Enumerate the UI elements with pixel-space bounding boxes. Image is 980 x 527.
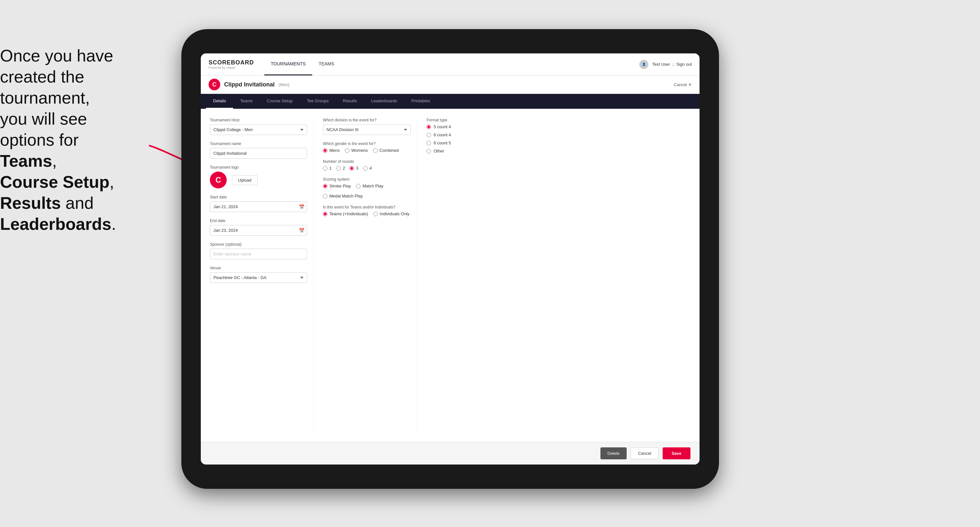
teams-individuals-radio[interactable]: [323, 212, 328, 216]
individuals-only[interactable]: Individuals Only: [374, 211, 410, 216]
name-label: Tournament name: [210, 141, 307, 146]
rounds-label: Number of rounds: [323, 159, 410, 164]
cancel-button[interactable]: Cancel: [630, 448, 659, 459]
tournament-bar: C Clippd Invitational (Men) Cancel ✕: [201, 75, 700, 94]
scoring-match-radio[interactable]: [356, 184, 360, 188]
form-group-venue: Venue Peachtree GC - Atlanta - GA: [210, 266, 307, 283]
cancel-label: Cancel: [674, 82, 687, 87]
venue-label: Venue: [210, 266, 307, 270]
gender-radio-group: Mens Womens Combined: [323, 148, 410, 153]
rounds-4-radio[interactable]: [363, 166, 368, 171]
tab-printables[interactable]: Printables: [404, 94, 437, 109]
form-group-division: Which division is the event for? NCAA Di…: [323, 118, 410, 135]
rounds-4[interactable]: 4: [363, 166, 372, 171]
teams-individuals[interactable]: Teams (+Individuals): [323, 211, 368, 216]
scoring-match[interactable]: Match Play: [356, 184, 383, 188]
logo-title: SCOREBOARD: [208, 59, 254, 66]
scoring-medal-label: Medal Match Play: [329, 194, 363, 198]
text-coursesetup-bold: Course Setup: [0, 173, 110, 191]
rounds-1[interactable]: 1: [323, 166, 332, 171]
gender-womens-label: Womens: [352, 148, 368, 153]
teams-individuals-label: Teams (+Individuals): [329, 211, 368, 216]
gender-combined-radio[interactable]: [373, 148, 378, 153]
tournament-title-row: C Clippd Invitational (Men): [208, 79, 290, 90]
tab-details[interactable]: Details: [206, 94, 233, 109]
form-group-host: Tournament Host Clippd College - Men: [210, 118, 307, 135]
tab-tee-groups[interactable]: Tee Groups: [300, 94, 336, 109]
format-6count4-radio[interactable]: [426, 133, 431, 137]
host-select[interactable]: Clippd College - Men: [210, 124, 307, 135]
separator: |: [673, 62, 674, 67]
scoring-stroke[interactable]: Stroke Play: [323, 184, 351, 188]
start-date-input[interactable]: [210, 202, 307, 212]
logo-circle: C: [210, 171, 227, 188]
form-group-start-date: Start date 📅: [210, 195, 307, 212]
delete-button[interactable]: Delete: [600, 448, 627, 459]
format-6count5[interactable]: 6 count 5: [426, 140, 547, 145]
form-col-3: Format type 5 count 4 6 count 4: [417, 118, 554, 433]
tab-results[interactable]: Results: [336, 94, 364, 109]
scoring-medal[interactable]: Medal Match Play: [323, 194, 363, 198]
format-label: Format type: [426, 118, 547, 122]
upload-button[interactable]: Upload: [232, 175, 258, 185]
tab-course-setup[interactable]: Course Setup: [260, 94, 300, 109]
gender-mens-radio[interactable]: [323, 148, 328, 153]
sponsor-input[interactable]: [210, 249, 307, 259]
scoring-medal-radio[interactable]: [323, 194, 328, 198]
form-group-rounds: Number of rounds 1 2: [323, 159, 410, 171]
logo-sub: Powered by clippd: [208, 66, 254, 69]
save-button[interactable]: Save: [663, 448, 690, 459]
rounds-3[interactable]: 3: [350, 166, 358, 171]
gender-mens-label: Mens: [329, 148, 340, 153]
name-input[interactable]: [210, 148, 307, 159]
rounds-4-label: 4: [369, 166, 372, 171]
tab-leaderboards[interactable]: Leaderboards: [364, 94, 404, 109]
text-line6-rest: ,: [52, 151, 57, 170]
gender-label: Which gender is the event for?: [323, 141, 410, 146]
gender-womens[interactable]: Womens: [345, 148, 368, 153]
individuals-only-radio[interactable]: [374, 212, 378, 216]
format-other-radio[interactable]: [426, 149, 431, 154]
tablet-device: SCOREBOARD Powered by clippd TOURNAMENTS…: [181, 29, 719, 489]
gender-combined[interactable]: Combined: [373, 148, 399, 153]
text-teams-bold: Teams: [0, 151, 52, 170]
rounds-2[interactable]: 2: [336, 166, 345, 171]
division-select[interactable]: NCAA Division III: [323, 124, 410, 135]
tab-teams[interactable]: Teams: [233, 94, 260, 109]
gender-mens[interactable]: Mens: [323, 148, 340, 153]
user-area: 👤 Test User | Sign out: [639, 60, 692, 69]
format-6count5-radio[interactable]: [426, 141, 431, 145]
format-6count4[interactable]: 6 count 4: [426, 132, 547, 137]
nav-tournaments[interactable]: TOURNAMENTS: [264, 53, 312, 75]
user-name[interactable]: Test User: [652, 62, 670, 67]
format-5count4-radio[interactable]: [426, 125, 431, 129]
logo-upload-row: C Upload: [210, 171, 307, 188]
logo-label: Tournament logo: [210, 165, 307, 170]
nav-teams[interactable]: TEAMS: [312, 53, 341, 75]
form-group-name: Tournament name: [210, 141, 307, 159]
scoring-stroke-radio[interactable]: [323, 184, 328, 188]
start-date-row: 📅: [210, 202, 307, 212]
division-label: Which division is the event for?: [323, 118, 410, 122]
gender-womens-radio[interactable]: [345, 148, 350, 153]
form-group-logo: Tournament logo C Upload: [210, 165, 307, 188]
cancel-header-button[interactable]: Cancel ✕: [674, 82, 692, 87]
rounds-3-radio[interactable]: [350, 166, 354, 171]
format-5count4[interactable]: 5 count 4: [426, 124, 547, 129]
avatar: 👤: [639, 60, 648, 69]
rounds-1-radio[interactable]: [323, 166, 328, 171]
format-other[interactable]: Other: [426, 149, 547, 154]
venue-select[interactable]: Peachtree GC - Atlanta - GA: [210, 272, 307, 283]
form-col-1: Tournament Host Clippd College - Men Tou…: [210, 118, 313, 433]
end-date-row: 📅: [210, 225, 307, 236]
rounds-radio-group: 1 2 3 4: [323, 166, 410, 171]
form-group-gender: Which gender is the event for? Mens Wome…: [323, 141, 410, 153]
format-other-label: Other: [434, 149, 444, 154]
action-bar: Delete Cancel Save: [201, 442, 700, 465]
signout-link[interactable]: Sign out: [676, 62, 692, 67]
text-leaderboards-bold: Leaderboards: [0, 214, 111, 233]
form-group-team-individual: Is this event for Teams and/or Individua…: [323, 205, 410, 216]
host-label: Tournament Host: [210, 118, 307, 122]
end-date-input[interactable]: [210, 225, 307, 236]
rounds-2-radio[interactable]: [336, 166, 341, 171]
